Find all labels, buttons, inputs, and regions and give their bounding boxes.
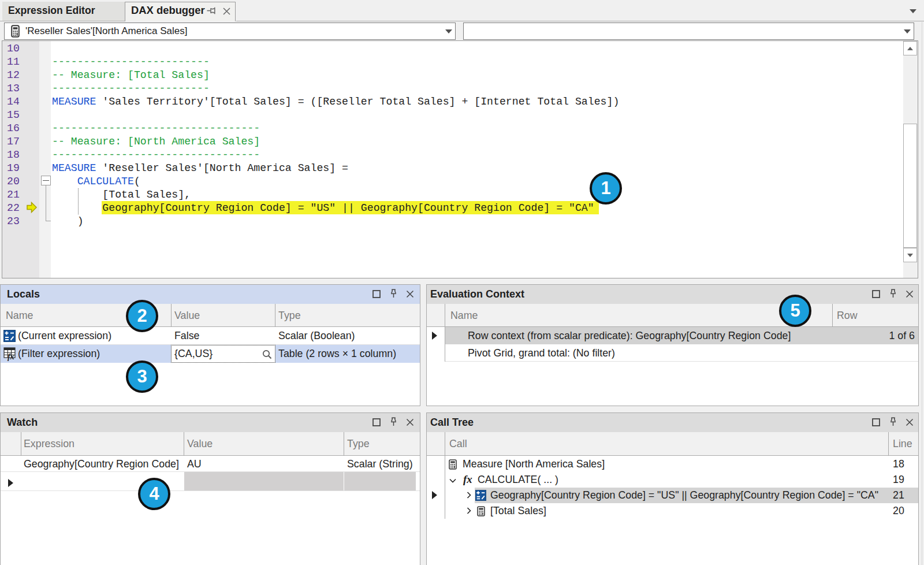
svg-text:fx: fx [8, 352, 14, 361]
